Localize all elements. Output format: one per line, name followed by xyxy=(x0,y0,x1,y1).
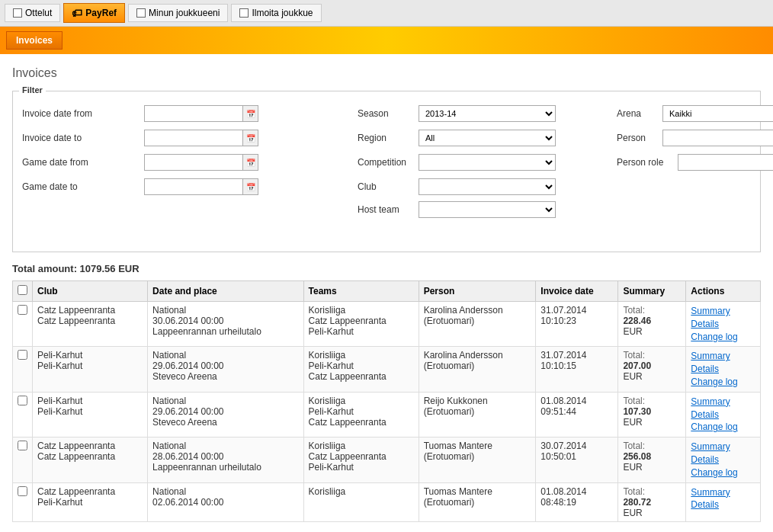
filter-btn-row: Filter xyxy=(22,226,773,242)
row-checkbox-cell-4 xyxy=(13,482,33,521)
table-row: Peli-Karhut Peli-Karhut National 29.06.2… xyxy=(13,347,761,392)
row-teams-4: Korisliiga xyxy=(303,482,419,521)
row-actions-3: SummaryDetailsChange log xyxy=(686,437,761,482)
invoice-date-to-wrap: 📅 xyxy=(144,128,358,148)
row-summary-3: Total: 256.08 EUR xyxy=(618,437,686,482)
invoice-date-to-calendar-btn[interactable]: 📅 xyxy=(243,130,258,146)
action-change-log-3[interactable]: Change log xyxy=(691,466,755,479)
row-checkbox-1[interactable] xyxy=(18,350,27,360)
arena-select[interactable]: Kaikki xyxy=(662,105,773,122)
col-teams: Teams xyxy=(303,281,419,302)
region-select[interactable]: All xyxy=(419,130,556,146)
row-summary-2: Total: 107.30 EUR xyxy=(618,392,686,437)
col-date-place: Date and place xyxy=(148,281,304,302)
row-teams-2: Korisliiga Peli-Karhut Catz Lappeenranta xyxy=(303,392,419,437)
tab-payref-label: PayRef xyxy=(85,8,117,18)
row-person-4: Tuomas Mantere (Erotuomari) xyxy=(419,482,536,521)
main-content: Invoices Filter Invoice date from 📅 Seas… xyxy=(0,54,773,532)
total-amount: Total amount: 1079.56 EUR xyxy=(12,263,761,274)
action-summary-1[interactable]: Summary xyxy=(691,350,755,363)
action-summary-0[interactable]: Summary xyxy=(691,305,755,318)
action-details-3[interactable]: Details xyxy=(691,453,755,466)
invoice-date-from-wrap: 📅 xyxy=(144,104,358,123)
row-actions-1: SummaryDetailsChange log xyxy=(686,347,761,392)
invoices-button[interactable]: Invoices xyxy=(6,31,63,50)
tab-minun-joukkueeni[interactable]: Minun joukkueeni xyxy=(128,4,228,22)
row-checkbox-4[interactable] xyxy=(18,486,27,496)
tab-ilmoita-joukkue[interactable]: Ilmoita joukkue xyxy=(231,4,321,22)
row-invoice-date-4: 01.08.2014 08:48:19 xyxy=(536,482,618,521)
game-date-from-input[interactable] xyxy=(144,154,243,171)
action-summary-4[interactable]: Summary xyxy=(691,486,755,499)
row-summary-1: Total: 207.00 EUR xyxy=(618,347,686,392)
competition-select[interactable] xyxy=(419,154,556,171)
action-change-log-0[interactable]: Change log xyxy=(691,331,755,344)
tab-ottelut[interactable]: Ottelut xyxy=(5,4,60,22)
tab-minun-joukkueeni-label: Minun joukkueeni xyxy=(149,8,220,18)
person-label: Person xyxy=(617,130,662,146)
tab-payref[interactable]: 🏷 PayRef xyxy=(63,3,125,23)
game-date-to-calendar-btn[interactable]: 📅 xyxy=(243,178,258,195)
invoice-date-from-calendar-btn[interactable]: 📅 xyxy=(243,105,258,122)
col-summary: Summary xyxy=(618,281,686,302)
ilmoita-icon xyxy=(239,8,249,18)
table-wrap: Club Date and place Teams Person Invoice… xyxy=(12,280,761,522)
col-actions: Actions xyxy=(686,281,761,302)
club-label: Club xyxy=(358,178,419,195)
select-all-checkbox[interactable] xyxy=(18,285,27,295)
host-team-select[interactable] xyxy=(419,201,556,218)
orange-bar: Invoices xyxy=(0,27,773,54)
action-details-4[interactable]: Details xyxy=(691,498,755,511)
invoice-date-from-input[interactable] xyxy=(144,105,243,122)
table-row: Catz Lappeenranta Catz Lappeenranta Nati… xyxy=(13,302,761,347)
row-summary-4: Total: 280.72 EUR xyxy=(618,482,686,521)
col-club: Club xyxy=(33,281,148,302)
action-details-2[interactable]: Details xyxy=(691,409,755,421)
row-teams-1: Korisliiga Peli-Karhut Catz Lappeenranta xyxy=(303,347,419,392)
row-teams-0: Korisliiga Catz Lappeenranta Peli-Karhut xyxy=(303,302,419,347)
action-change-log-1[interactable]: Change log xyxy=(691,376,755,389)
row-actions-2: SummaryDetailsChange log xyxy=(686,392,761,437)
invoice-date-to-label: Invoice date to xyxy=(22,128,144,148)
action-details-0[interactable]: Details xyxy=(691,318,755,331)
table-row: Catz Lappeenranta Peli-Karhut National 0… xyxy=(13,482,761,521)
row-club-0: Catz Lappeenranta Catz Lappeenranta xyxy=(33,302,148,347)
season-label: Season xyxy=(358,105,419,122)
game-date-to-wrap: 📅 xyxy=(144,177,358,197)
action-change-log-2[interactable]: Change log xyxy=(691,421,755,434)
person-input[interactable] xyxy=(662,130,773,146)
competition-label: Competition xyxy=(358,154,419,171)
row-checkbox-3[interactable] xyxy=(18,441,27,450)
invoice-date-to-input[interactable] xyxy=(144,130,243,146)
row-person-0: Karolina Andersson (Erotuomari) xyxy=(419,302,536,347)
club-select[interactable] xyxy=(419,178,556,195)
game-date-from-calendar-btn[interactable]: 📅 xyxy=(243,154,258,171)
payref-icon: 🏷 xyxy=(72,7,82,19)
filter-legend: Filter xyxy=(19,85,46,95)
row-club-2: Peli-Karhut Peli-Karhut xyxy=(33,392,148,437)
table-row: Catz Lappeenranta Catz Lappeenranta Nati… xyxy=(13,437,761,482)
region-label: Region xyxy=(358,130,419,146)
row-checkbox-cell-1 xyxy=(13,347,33,392)
row-checkbox-0[interactable] xyxy=(18,305,27,315)
game-date-to-input[interactable] xyxy=(144,178,243,195)
filter-grid: Invoice date from 📅 Season 2013-14 Arena… xyxy=(22,104,751,242)
row-invoice-date-3: 30.07.2014 10:50:01 xyxy=(536,437,618,482)
top-nav: Ottelut 🏷 PayRef Minun joukkueeni Ilmoit… xyxy=(0,0,773,27)
row-date-place-1: National 29.06.2014 00:00 Steveco Areena xyxy=(148,347,304,392)
person-role-select[interactable] xyxy=(678,154,773,171)
row-club-3: Catz Lappeenranta Catz Lappeenranta xyxy=(33,437,148,482)
minun-icon xyxy=(136,8,146,18)
arena-label: Arena xyxy=(617,105,662,122)
page-title: Invoices xyxy=(12,66,761,80)
game-date-to-label: Game date to xyxy=(22,177,144,197)
action-summary-3[interactable]: Summary xyxy=(691,441,755,453)
row-checkbox-2[interactable] xyxy=(18,396,27,405)
game-date-from-wrap: 📅 xyxy=(144,152,358,172)
row-club-4: Catz Lappeenranta Peli-Karhut xyxy=(33,482,148,521)
action-summary-2[interactable]: Summary xyxy=(691,396,755,409)
season-select[interactable]: 2013-14 xyxy=(419,105,556,122)
filter-box: Filter Invoice date from 📅 Season 2013-1… xyxy=(12,91,761,252)
action-details-1[interactable]: Details xyxy=(691,363,755,376)
host-team-label: Host team xyxy=(358,201,419,218)
